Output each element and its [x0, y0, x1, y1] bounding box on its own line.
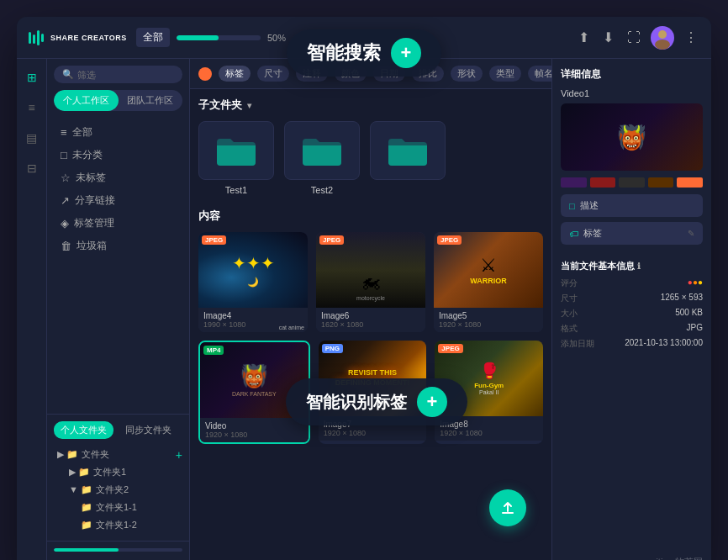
- file-tree-item-1[interactable]: ▶ 📁 文件夹1: [66, 463, 182, 481]
- upload-icon[interactable]: ⬆: [575, 26, 593, 49]
- logo-text: SHARE CREATORS: [50, 33, 127, 43]
- media-item-image4[interactable]: JPEG ✦✦✦ 🌙 cat anime Image4 1990 × 1080: [198, 232, 308, 332]
- file-tree: ▶ 📁 文件夹 + ▶ 📁 文件夹1 ▼ 📁 文件夹2: [54, 446, 182, 534]
- filter-tag-7[interactable]: 类型: [489, 66, 521, 82]
- svg-point-4: [658, 30, 667, 39]
- rating-label: 评分: [561, 277, 578, 289]
- search-box[interactable]: 🔍: [54, 66, 182, 83]
- tab-personal-workspace[interactable]: 个人工作区: [54, 90, 119, 111]
- content-area: 子文件夹 ▾ Test1: [190, 89, 551, 560]
- tag-label: 标签: [583, 227, 602, 240]
- top-bar-actions: ⬆ ⬇ ⛶ ⋮: [575, 26, 701, 50]
- swatch-0: [561, 177, 587, 188]
- detail-thumbnail: 👹: [561, 103, 703, 171]
- smart-search-popup: 智能搜索 +: [287, 29, 441, 77]
- demon-visual: 👹 DARK FANTASY: [232, 363, 277, 397]
- detail-action-desc[interactable]: □ 描述: [561, 194, 703, 217]
- progress-label: 50%: [267, 33, 286, 43]
- trash-icon: 🗑: [61, 240, 71, 252]
- sidebar-icon-home[interactable]: ⊞: [24, 67, 40, 87]
- info-row-date: 添加日期 2021-10-13 13:00:00: [561, 338, 703, 350]
- sidebar-icon-list[interactable]: ≡: [24, 98, 38, 118]
- storage-progress: [54, 548, 182, 552]
- detail-thumb: 👹: [561, 103, 703, 171]
- format-value: JPG: [687, 323, 703, 335]
- content-section-label: 内容: [198, 209, 543, 224]
- badge-image4: JPEG: [202, 235, 226, 245]
- swatch-3: [648, 177, 674, 188]
- file-tree-sub-2: 📁 文件夹1-1 📁 文件夹1-2: [66, 499, 182, 534]
- smart-search-label: 智能搜索: [307, 40, 381, 66]
- download-icon[interactable]: ⬇: [599, 26, 617, 49]
- upload-btn[interactable]: [489, 489, 526, 526]
- badge-video: MP4: [203, 346, 224, 355]
- nav-item-uncategorized[interactable]: □ 未分类: [54, 144, 182, 166]
- subfolder-label-text: 子文件夹: [198, 98, 242, 113]
- detail-action-tag[interactable]: 🏷 标签 ✎: [561, 222, 703, 245]
- filter-tag-6[interactable]: 形状: [451, 66, 483, 82]
- smart-tag-popup: 智能识别标签 +: [286, 378, 467, 425]
- size-label: 尺寸: [561, 293, 578, 304]
- folder-icon: ▶ 📁: [57, 449, 78, 460]
- file-info-title: 当前文件基本信息 ℹ: [561, 260, 703, 272]
- more-icon[interactable]: ⋮: [681, 26, 701, 49]
- search-icon: 🔍: [62, 69, 74, 80]
- expand-icon[interactable]: ⛶: [624, 27, 644, 49]
- media-item-image5[interactable]: JPEG ⚔ WARRIOR Image5 1920 × 1080: [434, 232, 543, 332]
- folder-item-test1[interactable]: Test1: [198, 121, 274, 195]
- filter-tag-0[interactable]: 标签: [219, 66, 251, 82]
- folder-item-empty[interactable]: [370, 121, 446, 195]
- app-container: SHARE CREATORS 全部 50% ⬆ ⬇ ⛶ ⋮: [17, 17, 711, 560]
- progress-bar-fill: [177, 35, 219, 40]
- smart-tag-plus-btn[interactable]: +: [417, 387, 447, 417]
- sidebar-icon-menu[interactable]: ▤: [23, 128, 40, 148]
- file-tab-sync[interactable]: 同步文件夹: [119, 421, 178, 439]
- right-panel-title: 详细信息: [561, 67, 703, 82]
- format-label: 格式: [561, 323, 578, 335]
- tag-manage-icon: ◈: [61, 217, 69, 230]
- nav-items: ≡ 全部 □ 未分类 ☆ 未标签 ↗ 分享链接 ◈ 标签管理: [47, 118, 189, 414]
- file-tree-item-2-1[interactable]: 📁 文件夹1-1: [77, 499, 182, 516]
- nav-item-all[interactable]: ≡ 全部: [54, 121, 182, 144]
- filter-dot: [198, 67, 212, 81]
- tag-edit-icon[interactable]: ✎: [688, 229, 694, 238]
- badge-image6: JPEG: [319, 235, 344, 245]
- folder-item-1-label: 文件夹1: [93, 466, 126, 478]
- nav-label-share: 分享链接: [75, 193, 115, 208]
- main-layout: ⊞ ≡ ▤ ⊟ 🔍 个人工作区 团队工作区 ≡ 全部: [17, 59, 711, 560]
- filter-tag-8[interactable]: 帧名: [528, 66, 551, 82]
- detail-actions: □ 描述 🏷 标签 ✎: [561, 194, 703, 245]
- sidebar-icon-layers[interactable]: ⊟: [24, 158, 40, 178]
- nav-item-trash[interactable]: 🗑 垃圾箱: [54, 235, 182, 257]
- media-info-image5: Image5 1920 × 1080: [434, 308, 543, 332]
- add-folder-btn[interactable]: +: [176, 448, 182, 462]
- folder-item-test2[interactable]: Test2: [284, 121, 360, 195]
- media-size-video: 1920 × 1080: [205, 431, 303, 439]
- file-tree-item-2-2[interactable]: 📁 文件夹1-2: [77, 516, 182, 534]
- nav-item-tag-manage[interactable]: ◈ 标签管理: [54, 212, 182, 235]
- date-value: 2021-10-13 13:00:00: [625, 338, 703, 350]
- desc-icon: □: [569, 201, 575, 211]
- all-label[interactable]: 全部: [136, 28, 170, 47]
- file-tree-root[interactable]: ▶ 📁 文件夹: [54, 446, 113, 463]
- tab-team-workspace[interactable]: 团队工作区: [119, 90, 183, 111]
- logo-icon: [27, 29, 45, 47]
- media-name-image5: Image5: [439, 311, 538, 320]
- avatar[interactable]: [651, 26, 674, 50]
- nav-item-untagged[interactable]: ☆ 未标签: [54, 166, 182, 189]
- search-input[interactable]: [77, 70, 174, 80]
- subfolder-dropdown-arrow[interactable]: ▾: [247, 101, 251, 110]
- left-panel-search: 🔍: [47, 59, 189, 90]
- folder-name-test1: Test1: [225, 185, 247, 195]
- svg-rect-1: [33, 34, 35, 44]
- filter-tag-1[interactable]: 尺寸: [257, 66, 289, 82]
- file-tab-personal[interactable]: 个人文件夹: [54, 421, 113, 439]
- fighter-visual: 🥊 Fun-Gym Pakal II: [474, 362, 504, 395]
- smart-search-plus-btn[interactable]: +: [391, 38, 421, 68]
- nav-item-share[interactable]: ↗ 分享链接: [54, 189, 182, 212]
- media-item-image6[interactable]: JPEG 🏍 motorcycle Image6 1620 × 1080: [316, 232, 425, 332]
- nav-label-tag-manage: 标签管理: [74, 216, 114, 230]
- file-tree-item-2[interactable]: ▼ 📁 文件夹2: [66, 481, 182, 499]
- anime-char: 🌙: [247, 277, 259, 288]
- folder-icon-wrap-3: [370, 121, 446, 180]
